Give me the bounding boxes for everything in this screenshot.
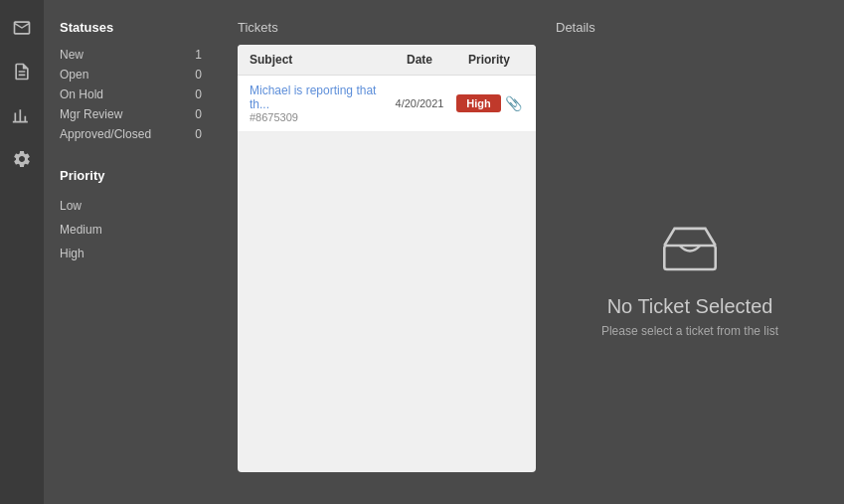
chart-nav-icon[interactable] (4, 97, 40, 133)
status-item-on-hold[interactable]: On Hold 0 (60, 84, 202, 104)
priority-label-low: Low (60, 199, 82, 213)
left-panel: Statuses New 1 Open 0 On Hold 0 Mgr Revi… (44, 0, 218, 504)
status-item-approved-closed[interactable]: Approved/Closed 0 (60, 124, 202, 144)
details-panel-header: Details (556, 20, 824, 35)
priority-item-high[interactable]: High (60, 241, 202, 264)
no-ticket-subtitle: Please select a ticket from the list (601, 324, 778, 338)
tickets-table-header: Subject Date Priority (238, 45, 536, 76)
ticket-priority-col: High 📎 (454, 94, 524, 112)
tickets-list-container: Subject Date Priority Michael is reporti… (238, 45, 536, 472)
priority-label-high: High (60, 247, 84, 260)
statuses-title: Statuses (60, 20, 202, 35)
status-label-new: New (60, 48, 84, 62)
attachment-icon: 📎 (505, 95, 522, 111)
ticket-subject-col: Michael is reporting that th... #8675309 (250, 84, 385, 123)
col-header-subject: Subject (250, 53, 385, 67)
status-count-open: 0 (195, 68, 202, 82)
status-label-mgr-review: Mgr Review (60, 107, 122, 121)
col-header-date: Date (385, 53, 454, 67)
priority-item-low[interactable]: Low (60, 193, 202, 217)
status-label-approved-closed: Approved/Closed (60, 127, 151, 141)
status-item-mgr-review[interactable]: Mgr Review 0 (60, 104, 202, 124)
main-content: Tickets Subject Date Priority Michael is… (218, 0, 844, 504)
status-label-open: Open (60, 68, 88, 82)
inbox-nav-icon[interactable] (4, 10, 40, 46)
ticket-subject-text: Michael is reporting that th... (250, 84, 385, 111)
status-count-on-hold: 0 (195, 87, 202, 101)
status-count-mgr-review: 0 (195, 107, 202, 121)
priority-item-medium[interactable]: Medium (60, 217, 202, 241)
table-row[interactable]: Michael is reporting that th... #8675309… (238, 76, 536, 132)
settings-nav-icon[interactable] (4, 141, 40, 177)
icon-sidebar (0, 0, 44, 504)
status-label-on-hold: On Hold (60, 87, 103, 101)
ticket-date: 4/20/2021 (385, 97, 454, 109)
priority-title: Priority (60, 168, 202, 183)
status-count-approved-closed: 0 (195, 127, 202, 141)
status-item-open[interactable]: Open 0 (60, 65, 202, 84)
statuses-list: New 1 Open 0 On Hold 0 Mgr Review 0 Appr… (60, 45, 202, 144)
details-panel: Details No Ticket Selected Please select… (556, 20, 824, 484)
ticket-id: #8675309 (250, 111, 385, 123)
status-item-new[interactable]: New 1 (60, 45, 202, 65)
status-count-new: 1 (195, 48, 202, 62)
col-header-priority: Priority (454, 53, 524, 67)
priority-section: Priority Low Medium High (60, 168, 202, 264)
details-content: No Ticket Selected Please select a ticke… (556, 63, 824, 490)
priority-badge-high: High (456, 94, 500, 112)
tickets-panel: Tickets Subject Date Priority Michael is… (238, 20, 536, 484)
document-nav-icon[interactable] (4, 54, 40, 89)
priority-label-medium: Medium (60, 223, 102, 237)
tickets-panel-header: Tickets (238, 20, 536, 35)
no-ticket-title: No Ticket Selected (607, 295, 773, 318)
no-ticket-inbox-icon (655, 216, 725, 279)
svg-rect-0 (664, 246, 715, 269)
